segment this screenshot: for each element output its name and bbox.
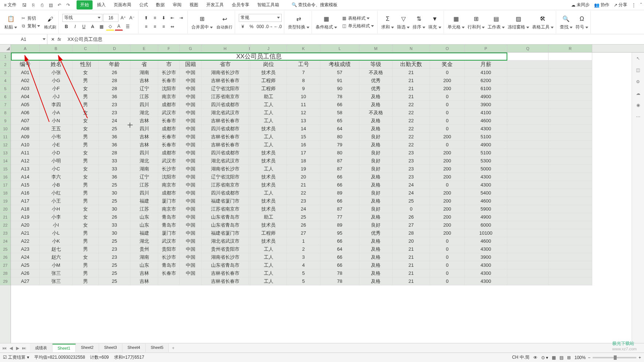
- table-style-button[interactable]: ▦表格样式: [340, 15, 375, 22]
- number-format-select[interactable]: 常规: [239, 14, 282, 22]
- data-cell[interactable]: 5100: [465, 133, 507, 141]
- col-header-O[interactable]: O: [430, 45, 465, 52]
- data-cell[interactable]: 湖北: [130, 157, 158, 165]
- formula-input[interactable]: XX公司员工信息: [65, 36, 644, 43]
- cell-style-button[interactable]: ◫单元格样式: [340, 23, 375, 30]
- sheet-tab-Sheet1[interactable]: Sheet1: [52, 344, 76, 352]
- row-header-26[interactable]: 26: [0, 253, 11, 261]
- data-cell[interactable]: 山东: [130, 221, 158, 229]
- col-header-K[interactable]: K: [287, 45, 320, 52]
- data-cell[interactable]: 小韦: [40, 133, 73, 141]
- sheet-tab-Sheet3[interactable]: Sheet3: [99, 344, 122, 352]
- share-button[interactable]: ↗ 分享: [614, 2, 627, 8]
- row-header-25[interactable]: 25: [0, 245, 11, 253]
- data-cell[interactable]: A23: [11, 245, 40, 253]
- table-tools-button[interactable]: 🛠表格工具: [532, 14, 554, 30]
- data-cell[interactable]: 中国: [180, 125, 202, 133]
- data-cell[interactable]: 36: [99, 173, 130, 181]
- data-cell[interactable]: 男: [73, 237, 99, 245]
- data-cell[interactable]: 成都市: [158, 149, 180, 157]
- data-cell[interactable]: 13: [287, 117, 320, 125]
- data-cell[interactable]: A22: [11, 237, 40, 245]
- data-cell[interactable]: A11: [11, 149, 40, 157]
- data-cell[interactable]: 男: [73, 93, 99, 101]
- data-cell[interactable]: 0: [430, 117, 465, 125]
- data-cell[interactable]: 78: [320, 277, 359, 285]
- data-cell[interactable]: 65: [320, 117, 359, 125]
- data-cell[interactable]: 87: [320, 165, 359, 173]
- data-cell[interactable]: A02: [11, 77, 40, 85]
- data-cell[interactable]: 中国: [180, 189, 202, 197]
- row-header-8[interactable]: 8: [0, 109, 11, 117]
- phonetic-button[interactable]: ☰: [124, 23, 132, 31]
- data-cell[interactable]: 技术员: [250, 205, 287, 213]
- decrease-font-icon[interactable]: A⁻: [128, 14, 136, 22]
- command-search[interactable]: 🔍 查找命令、搜索模板: [292, 2, 337, 8]
- data-cell[interactable]: 64: [320, 245, 359, 253]
- border-button[interactable]: ▦: [97, 23, 105, 31]
- header-cell[interactable]: 考核成绩: [320, 61, 359, 69]
- sync-status[interactable]: ☁ 未同步: [571, 2, 590, 8]
- row-header-10[interactable]: 10: [0, 125, 11, 133]
- data-cell[interactable]: 吉林省长春市: [202, 277, 249, 285]
- header-cell[interactable]: 姓名: [40, 61, 73, 69]
- data-cell[interactable]: 4300: [465, 245, 507, 253]
- distribute-icon[interactable]: ⇔: [168, 23, 176, 31]
- redo-icon[interactable]: ↷: [65, 2, 71, 8]
- data-cell[interactable]: 女: [73, 109, 99, 117]
- data-cell[interactable]: 不及格: [359, 109, 393, 117]
- data-cell[interactable]: 25: [393, 197, 430, 205]
- data-cell[interactable]: 200: [430, 165, 465, 173]
- data-cell[interactable]: 中国: [180, 69, 202, 77]
- data-cell[interactable]: 女: [73, 253, 99, 261]
- data-cell[interactable]: 21: [393, 253, 430, 261]
- data-cell[interactable]: 24: [287, 205, 320, 213]
- data-cell[interactable]: 及格: [359, 101, 393, 109]
- data-cell[interactable]: 22: [393, 133, 430, 141]
- data-cell[interactable]: 22: [287, 189, 320, 197]
- data-cell[interactable]: 中国: [180, 197, 202, 205]
- data-cell[interactable]: 0: [430, 261, 465, 269]
- data-cell[interactable]: 工人: [250, 189, 287, 197]
- data-cell[interactable]: 南京市: [158, 93, 180, 101]
- cancel-formula-icon[interactable]: ✕: [51, 37, 55, 42]
- data-cell[interactable]: 25: [287, 213, 320, 221]
- data-cell[interactable]: 0: [430, 245, 465, 253]
- data-cell[interactable]: 200: [430, 173, 465, 181]
- data-cell[interactable]: 工人: [250, 101, 287, 109]
- data-cell[interactable]: A14: [11, 173, 40, 181]
- data-cell[interactable]: 良好: [359, 133, 393, 141]
- data-cell[interactable]: 28: [99, 85, 130, 93]
- decrease-decimal-icon[interactable]: ←.0: [274, 23, 282, 31]
- data-cell[interactable]: 女: [73, 149, 99, 157]
- data-cell[interactable]: 26: [99, 213, 130, 221]
- row-header-5[interactable]: 5: [0, 85, 11, 93]
- align-bottom-icon[interactable]: ⬇: [160, 14, 168, 22]
- data-cell[interactable]: 25: [99, 125, 130, 133]
- data-cell[interactable]: 66: [320, 261, 359, 269]
- filter-button[interactable]: ▽筛选: [397, 14, 410, 30]
- cond-format-button[interactable]: ▦条件格式: [316, 14, 337, 30]
- data-cell[interactable]: 小G: [40, 77, 73, 85]
- data-cell[interactable]: 6200: [465, 77, 507, 85]
- data-cell[interactable]: A17: [11, 197, 40, 205]
- data-cell[interactable]: 78: [320, 269, 359, 277]
- data-cell[interactable]: 长春市: [158, 269, 180, 277]
- data-cell[interactable]: 4600: [465, 197, 507, 205]
- row-header-17[interactable]: 17: [0, 181, 11, 189]
- row-header-19[interactable]: 19: [0, 197, 11, 205]
- data-cell[interactable]: 6100: [465, 85, 507, 93]
- sheet-tab-Sheet2[interactable]: Sheet2: [76, 344, 99, 352]
- data-cell[interactable]: 张三: [40, 269, 73, 277]
- location-icon[interactable]: ◉: [635, 101, 642, 109]
- data-cell[interactable]: 中国: [180, 269, 202, 277]
- col-header-D[interactable]: D: [99, 45, 130, 52]
- header-cell[interactable]: 国籍: [180, 61, 202, 69]
- data-cell[interactable]: 贵阳市: [158, 245, 180, 253]
- data-cell[interactable]: 200: [430, 85, 465, 93]
- data-cell[interactable]: 21: [393, 277, 430, 285]
- data-cell[interactable]: 3900: [465, 101, 507, 109]
- data-cell[interactable]: 王五: [40, 125, 73, 133]
- data-cell[interactable]: 山东省青岛市: [202, 221, 249, 229]
- data-cell[interactable]: 200: [430, 197, 465, 205]
